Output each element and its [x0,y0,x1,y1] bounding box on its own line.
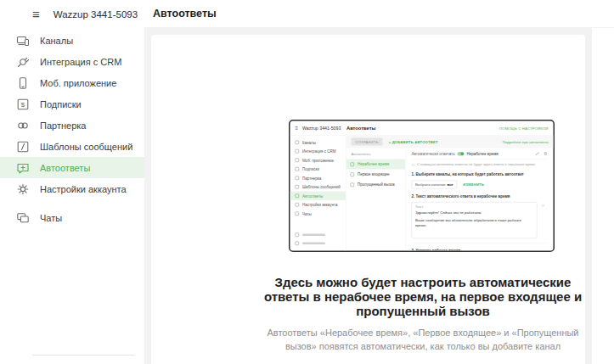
main-area: Автоответы ≡ Wazzup 3441-5093 Автоответы [144,0,614,364]
preview-topbar: ≡ Wazzup 3441-5093 Автоответы ПОМОЩЬ С Н… [290,121,554,136]
hamburger-menu-icon: ≡ [296,125,299,131]
content-background: ≡ Wazzup 3441-5093 Автоответы ПОМОЩЬ С Н… [144,28,592,364]
sidebar-item-mobile-app[interactable]: Моб. приложение [0,72,144,93]
chats-icon [296,212,300,216]
sidebar-item-subscriptions[interactable]: $ Подписки [0,93,144,115]
account-title: Wazzup 3441-5093 [54,9,138,20]
hamburger-menu-icon[interactable]: ≡ [32,8,40,20]
preview-sidebar-item: Моб. приложение [290,156,346,165]
preview-list-header: Автоответы [352,152,406,156]
gear-icon [16,182,30,196]
sidebar-item-partner-program[interactable]: Партнерка [0,115,144,136]
sidebar-item-label: Моб. приложение [40,78,116,88]
preview-detail-panel: Автоматически отвечать Нерабочее время [406,148,554,251]
sidebar-item-crm-integration[interactable]: Интеграция с CRM [0,51,144,72]
devices-icon [296,141,300,145]
page-title: Автоответы [153,8,217,20]
trash-icon [544,152,548,156]
preview-sidebar: Каналы Интеграция с CRM Моб. приложение … [290,136,346,251]
sidebar-bottom-divider [32,355,134,356]
preview-sidebar-skeleton-item [290,239,346,248]
sidebar-item-label: Шаблоны сообщений [40,142,132,152]
sidebar-item-channels[interactable]: Каналы [0,30,144,51]
sidebar-item-label: Автоответы [40,163,90,173]
sidebar-item-label: Чаты [40,213,62,223]
preview-sidebar-item-active: Автоответы [290,192,346,201]
app-window: ≡ Wazzup 3441-5093 Каналы Интеграция с C… [0,0,614,364]
smartphone-icon [296,159,300,163]
sidebar-item-message-templates[interactable]: Шаблоны сообщений [0,136,144,157]
template-icon [296,185,300,189]
preview-add-autoreply-button: + ДОБАВИТЬ АВТООТВЕТ [389,140,438,144]
preview-save-button: СОХРАНИТЬ [352,138,383,146]
chats-icon [16,211,30,225]
preview-help-link: ПОМОЩЬ С НАСТРОЙКОЙ [499,126,548,130]
sidebar-item-label: Каналы [40,36,73,46]
svg-text:$: $ [21,101,25,109]
preview-change-button: ИЗМЕНИТЬ [463,182,484,187]
autoreply-icon [296,194,300,199]
preview-step2-title: 2. Текст автоматического ответа в нерабо… [412,194,548,199]
content-card: ≡ Wazzup 3441-5093 Автоответы ПОМОЩЬ С Н… [151,35,585,364]
autoreply-icon [16,161,30,175]
dollar-icon [296,167,300,171]
devices-icon [16,34,30,48]
preview-detail-header-label: Автоматически отвечать [412,152,455,156]
preview-sidebar-item: Подписки [290,165,346,174]
preview-list-item-active: Нерабочее время [346,160,406,170]
preview-step3-title: 3. Укажите рабочее время [412,249,548,251]
pencil-icon [536,152,540,156]
preview-detail-header-value: Нерабочее время [467,152,499,156]
preview-docs-link: Подробнее про автоответы [503,140,549,144]
preview-autoreplies-list: Автоответы Нерабочее время Первое входящ… [346,148,406,251]
template-icon [16,140,30,154]
preview-toolbar: СОХРАНИТЬ + ДОБАВИТЬ АВТООТВЕТ Подробнее… [346,136,554,148]
preview-sidebar-skeleton-item [290,231,346,239]
preview-list-item: Пропущенный вызов [346,180,406,190]
autoreplies-preview-image: ≡ Wazzup 3441-5093 Автоответы ПОМОЩЬ С Н… [289,120,557,255]
preview-sidebar-item: Настройки аккаунта [290,200,346,210]
sidebar-item-label: Настройки аккаунта [40,184,127,194]
plug-icon [296,149,300,154]
partner-icon [16,119,30,132]
page-header: Автоответы [144,0,614,28]
sidebar-item-label: Подписки [40,99,82,109]
preview-sidebar-item: Шаблоны сообщений [290,182,346,192]
preview-page-title: Автоответы [346,126,375,131]
preview-sidebar-item: Чаты [290,210,346,219]
sidebar-header: ≡ Wazzup 3441-5093 [0,0,144,28]
info-icon: ⓘ [412,163,415,168]
sidebar-item-autoreplies[interactable]: Автоответы [0,157,144,178]
missed-call-icon [351,182,355,187]
toggle-icon [458,152,465,156]
sidebar-item-label: Партнерка [40,120,86,131]
smartphone-icon [16,76,30,90]
partner-icon [296,176,300,181]
scrollbar-gutter [592,28,614,364]
preview-sidebar-item: Каналы [290,138,346,148]
emoji-icon: ☺ [541,203,546,208]
sidebar-item-account-settings[interactable]: Настройки аккаунта [0,178,144,199]
preview-channels-chip: Выбрано каналов: все [412,181,458,189]
dollar-icon: $ [16,98,30,111]
sidebar-nav: Каналы Интеграция с CRM Моб. приложение … [0,28,144,228]
incoming-icon [351,172,355,176]
moon-icon [351,162,355,166]
preview-sidebar-item: Партнерка [290,174,346,183]
gear-icon [296,203,300,207]
sidebar: ≡ Wazzup 3441-5093 Каналы Интеграция с C… [0,0,144,364]
preview-account-title: Wazzup 3441-5093 [302,126,346,131]
preview-list-item: Первое входящее [346,170,406,180]
plug-icon [16,55,30,69]
sidebar-item-label: Интеграция с CRM [40,57,121,67]
empty-state-heading: Здесь можно будет настроить автоматическ… [262,275,583,318]
empty-state-description: Автоответы «Нерабочее время», «Первое вх… [262,327,583,353]
sidebar-item-chats[interactable]: Чаты [0,207,144,228]
preview-info-text: С помощью автоответа клиенты не будут жд… [417,163,535,167]
preview-sidebar-item: Интеграция с CRM [290,147,346,156]
preview-autoreply-textarea: Текст Здравствуйте! Сейчас мы не работае… [412,202,538,238]
preview-step1-title: 1. Выберите каналы, на которых будет раб… [412,172,548,176]
